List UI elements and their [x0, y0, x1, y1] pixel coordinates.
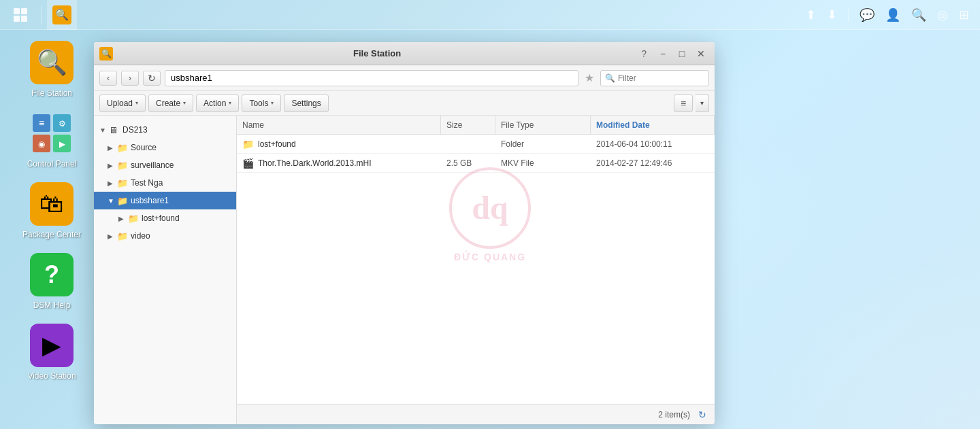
address-bar: ‹ › ↻ ★ 🔍 [94, 65, 715, 91]
chat-taskbar-icon[interactable]: 💬 [860, 7, 875, 22]
forward-button[interactable]: › [121, 71, 139, 86]
tree-label-usbshare1: usbshare1 [131, 196, 169, 205]
file-size-cell-thor: 2.5 GB [441, 154, 495, 172]
sidebar-item-surveillance[interactable]: ▶ 📁 surveillance [94, 156, 236, 174]
bookmark-button[interactable]: ★ [583, 71, 596, 85]
desktop-icon-file-station-label: File Station [31, 88, 72, 98]
desktop-icon-file-station[interactable]: 🔍 File Station [11, 37, 93, 102]
upload-caret: ▾ [135, 100, 138, 106]
sidebar-item-ds213[interactable]: ▼ 🖥 DS213 [94, 121, 236, 139]
table-row[interactable]: 🎬 Thor.The.Dark.World.2013.mHI 2.5 GB MK… [237, 154, 715, 173]
col-header-type[interactable]: File Type [495, 116, 591, 134]
close-button[interactable]: ✕ [693, 47, 709, 61]
create-button[interactable]: Create ▾ [148, 95, 193, 112]
taskbar-divider [41, 5, 42, 24]
title-bar-controls: ? − □ ✕ [641, 47, 709, 61]
desktop-icon-control-panel-label: Control Panel [27, 159, 77, 169]
desktop-icon-package-center-label: Package Center [22, 230, 81, 239]
sidebar-item-testnga[interactable]: ▶ 📁 Test Nga [94, 174, 236, 192]
col-header-name[interactable]: Name [237, 116, 441, 134]
col-header-date[interactable]: Modified Date [591, 116, 715, 134]
main-content: ▼ 🖥 DS213 ▶ 📁 Source ▶ 📁 surveillance ▶ … [94, 116, 715, 424]
svg-text:◉: ◉ [38, 139, 45, 149]
search-taskbar-icon[interactable]: 🔍 [911, 7, 926, 22]
tree-label-video: video [131, 231, 150, 241]
help-button[interactable]: ? [641, 48, 647, 59]
tree-label-surveillance: surveillance [131, 160, 174, 170]
download-taskbar-icon[interactable]: ⬇ [827, 7, 837, 22]
desktop-icon-video-station[interactable]: ▶ Video Station [11, 320, 93, 385]
file-station-window: 🔍 File Station ? − □ ✕ ‹ › ↻ ★ 🔍 Upload … [94, 42, 715, 424]
tree-arrow-source: ▶ [108, 144, 117, 152]
search-icon: 🔍 [605, 73, 615, 83]
desktop-icon-control-panel[interactable]: ≡ ⚙ ◉ ▶ Control Panel [11, 107, 93, 173]
taskbar-app-grid[interactable] [5, 0, 35, 30]
tree-icon-testnga: 📁 [117, 178, 128, 188]
back-button[interactable]: ‹ [99, 71, 117, 86]
status-refresh-button[interactable]: ↻ [696, 408, 709, 422]
tree-icon-source: 📁 [117, 143, 128, 153]
help-taskbar-icon[interactable]: ◎ [937, 7, 948, 22]
svg-text:⚙: ⚙ [59, 119, 66, 128]
desktop-icons: 🔍 File Station ≡ ⚙ ◉ ▶ Control Panel 🛍 P… [11, 37, 93, 385]
file-name-cell-thor: 🎬 Thor.The.Dark.World.2013.mHI [237, 154, 441, 172]
taskbar-app-file-station[interactable]: 🔍 [47, 0, 77, 30]
tools-button[interactable]: Tools ▾ [242, 95, 281, 112]
video-file-icon-thor: 🎬 [242, 158, 254, 169]
taskbar-left: 🔍 [0, 0, 82, 30]
tree-arrow-surveillance: ▶ [108, 162, 117, 169]
upload-taskbar-icon[interactable]: ⬆ [806, 7, 816, 22]
tree-label-testnga: Test Nga [131, 178, 163, 188]
view-mode-button[interactable]: ≡ [674, 95, 693, 112]
title-bar-icon: 🔍 [99, 47, 113, 61]
tree-arrow-ds213: ▼ [99, 126, 109, 134]
refresh-button[interactable]: ↻ [143, 71, 161, 86]
filter-input[interactable] [618, 73, 704, 83]
tree-arrow-lost-found: ▶ [118, 215, 128, 222]
desktop-icon-video-station-label: Video Station [27, 371, 76, 381]
tree-icon-usbshare1: 📁 [117, 196, 128, 206]
desktop-icon-dsm-help[interactable]: ? DSM Help [11, 249, 93, 314]
file-list-body: 📁 lost+found Folder 2014-06-04 10:00:11 … [237, 135, 715, 404]
status-bar: 2 item(s) ↻ [237, 404, 715, 424]
upload-button[interactable]: Upload ▾ [99, 95, 146, 112]
desktop-icon-package-center[interactable]: 🛍 Package Center [11, 178, 93, 243]
sidebar-item-video[interactable]: ▶ 📁 video [94, 227, 236, 245]
svg-rect-0 [14, 8, 20, 14]
file-type-cell-thor: MKV File [495, 154, 591, 172]
sidebar-item-source[interactable]: ▶ 📁 Source [94, 139, 236, 156]
desktop-icon-dsm-help-label: DSM Help [33, 301, 71, 310]
search-box: 🔍 [600, 70, 709, 86]
minimize-button[interactable]: − [655, 47, 671, 61]
file-type-cell-lost-found: Folder [495, 135, 591, 153]
tree-arrow-testnga: ▶ [108, 179, 117, 187]
taskbar: 🔍 ⬆ ⬇ 💬 👤 🔍 ◎ ⊞ [0, 0, 980, 30]
tree-arrow-video: ▶ [108, 233, 117, 240]
tree-icon-lost-found: 📁 [128, 213, 139, 224]
user-taskbar-icon[interactable]: 👤 [885, 7, 900, 22]
tree-label-source: Source [131, 143, 157, 152]
action-caret: ▾ [229, 100, 231, 106]
taskbar-right: ⬆ ⬇ 💬 👤 🔍 ◎ ⊞ [795, 7, 980, 22]
tree-arrow-usbshare1: ▼ [108, 197, 117, 205]
tree-icon-video: 📁 [117, 231, 128, 241]
grid-taskbar-icon[interactable]: ⊞ [959, 7, 969, 22]
file-list-header: Name Size File Type Modified Date [237, 116, 715, 135]
tree-icon-ds213: 🖥 [109, 125, 120, 135]
file-date-cell-lost-found: 2014-06-04 10:00:11 [591, 135, 715, 153]
file-size-cell-lost-found [441, 135, 495, 153]
sidebar-item-lost-found[interactable]: ▶ 📁 lost+found [94, 209, 236, 227]
title-bar: 🔍 File Station ? − □ ✕ [94, 42, 715, 65]
action-button[interactable]: Action ▾ [196, 95, 239, 112]
svg-text:≡: ≡ [39, 118, 44, 128]
sidebar-item-usbshare1[interactable]: ▼ 📁 usbshare1 [94, 192, 236, 209]
tree-icon-surveillance: 📁 [117, 160, 128, 171]
settings-button[interactable]: Settings [284, 95, 328, 112]
table-row[interactable]: 📁 lost+found Folder 2014-06-04 10:00:11 [237, 135, 715, 154]
maximize-button[interactable]: □ [674, 47, 690, 61]
col-header-size[interactable]: Size [441, 116, 495, 134]
view-mode-caret[interactable]: ▾ [696, 95, 709, 112]
file-name-cell-lost-found: 📁 lost+found [237, 135, 441, 153]
address-input[interactable] [165, 70, 578, 86]
tree-label-ds213: DS213 [122, 125, 148, 135]
